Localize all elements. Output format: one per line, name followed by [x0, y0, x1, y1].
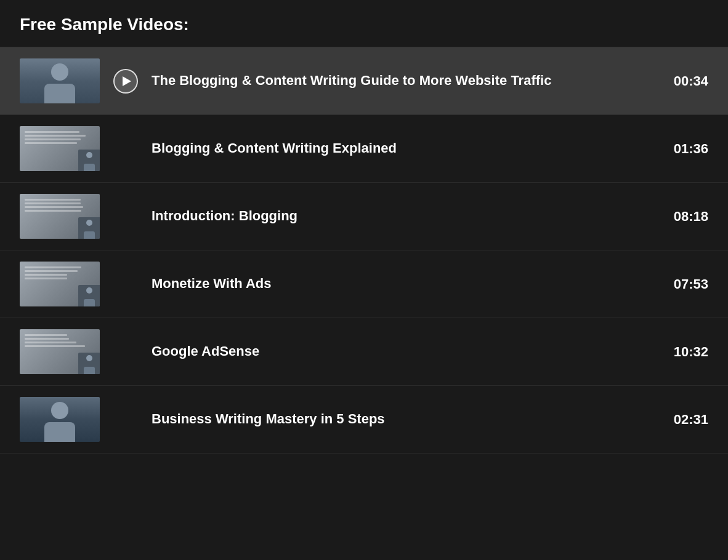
list-item[interactable]: Business Writing Mastery in 5 Steps02:31 — [0, 386, 728, 454]
page-container: Free Sample Videos: The Blogging & Conte… — [0, 0, 728, 454]
video-title: Introduction: Blogging — [152, 208, 297, 223]
video-title: The Blogging & Content Writing Guide to … — [152, 73, 551, 88]
video-thumbnail — [20, 329, 100, 374]
video-duration: 07:53 — [665, 276, 708, 292]
video-duration: 08:18 — [665, 209, 708, 225]
section-header: Free Sample Videos: — [0, 0, 728, 47]
video-thumbnail — [20, 262, 100, 306]
list-item[interactable]: Introduction: Blogging08:18 — [0, 183, 728, 250]
play-button[interactable] — [113, 69, 138, 94]
video-thumbnail — [20, 194, 100, 239]
section-title: Free Sample Videos: — [20, 15, 708, 34]
video-title: Blogging & Content Writing Explained — [152, 140, 397, 156]
video-duration: 10:32 — [665, 344, 708, 360]
play-button-wrapper — [112, 68, 139, 95]
video-duration: 01:36 — [665, 141, 708, 157]
video-info: The Blogging & Content Writing Guide to … — [152, 72, 665, 90]
play-icon — [123, 76, 131, 86]
video-info: Blogging & Content Writing Explained — [152, 140, 665, 158]
list-item[interactable]: Google AdSense10:32 — [0, 318, 728, 386]
video-duration: 00:34 — [665, 73, 708, 89]
video-thumbnail — [20, 58, 100, 103]
video-title: Monetize With Ads — [152, 276, 272, 291]
video-thumbnail — [20, 126, 100, 171]
video-list: The Blogging & Content Writing Guide to … — [0, 47, 728, 454]
video-info: Monetize With Ads — [152, 275, 665, 293]
video-thumbnail — [20, 397, 100, 442]
video-duration: 02:31 — [665, 412, 708, 428]
video-title: Google AdSense — [152, 343, 259, 359]
list-item[interactable]: The Blogging & Content Writing Guide to … — [0, 47, 728, 115]
list-item[interactable]: Monetize With Ads07:53 — [0, 250, 728, 318]
video-info: Google AdSense — [152, 343, 665, 361]
video-info: Business Writing Mastery in 5 Steps — [152, 410, 665, 428]
video-info: Introduction: Blogging — [152, 207, 665, 225]
video-title: Business Writing Mastery in 5 Steps — [152, 411, 385, 426]
list-item[interactable]: Blogging & Content Writing Explained01:3… — [0, 115, 728, 183]
